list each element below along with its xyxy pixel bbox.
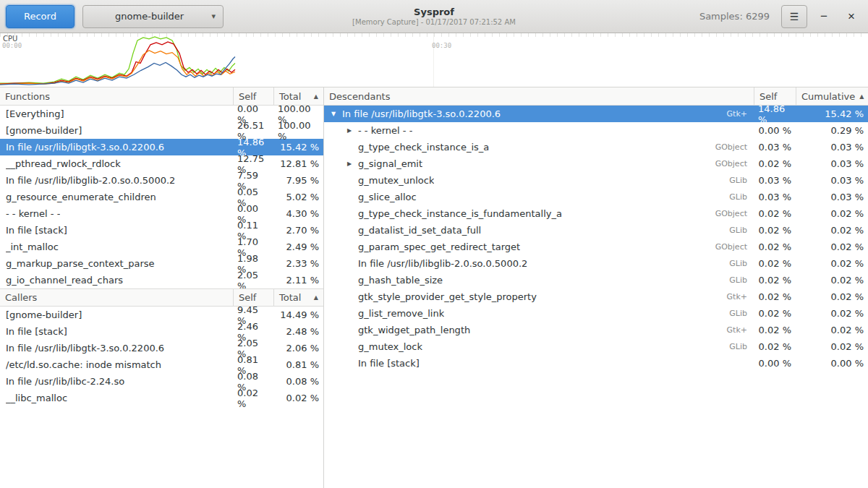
function-row[interactable]: - - kernel - -0.00 %4.30 % [0, 205, 323, 222]
row-label: In file /usr/lib/libgtk-3.so.0.2200.6 [6, 343, 164, 354]
descendant-row[interactable]: In file /usr/lib/libglib-2.0.so.0.5000.2… [324, 255, 868, 272]
self-value: 2.05 % [233, 270, 273, 291]
function-row[interactable]: [gnome-builder]26.51 %100.00 % [0, 122, 323, 139]
row-label: __libc_malloc [6, 393, 67, 403]
function-row[interactable]: In file /usr/lib/libglib-2.0.so.0.5000.2… [0, 172, 323, 189]
descendant-row[interactable]: gtk_widget_path_lengthGtk+0.02 %0.02 % [324, 322, 868, 338]
row-label: /etc/ld.so.cache: inode mismatch [6, 359, 161, 370]
menu-button[interactable]: ☰ [781, 5, 807, 28]
caller-row[interactable]: __libc_malloc0.02 %0.02 % [0, 390, 323, 406]
row-label: - - kernel - - [358, 125, 412, 136]
descendant-row[interactable]: g_hash_table_sizeGLib0.02 %0.02 % [324, 272, 868, 288]
row-label-cell: [Everything] [0, 108, 233, 119]
row-label: g_hash_table_size [358, 275, 443, 286]
total-column-header[interactable]: Total ▲ [273, 289, 323, 306]
row-label-cell: In file /usr/lib/libglib-2.0.so.0.5000.2 [0, 175, 233, 186]
row-label-cell: g_resource_enumerate_children [0, 192, 233, 202]
row-label-cell: [gnome-builder] [0, 309, 233, 320]
headerbar-right: Samples: 6299 ☰ − × [699, 5, 862, 28]
library-tag: Gtk+ [720, 292, 754, 301]
library-tag: GLib [723, 226, 754, 235]
total-value: 2.11 % [273, 275, 323, 286]
right-pane-empty-space [324, 372, 868, 488]
cumulative-value: 0.03 % [796, 192, 868, 202]
sort-ascending-icon: ▲ [310, 93, 318, 100]
descendant-row[interactable]: g_slice_allocGLib0.03 %0.03 % [324, 189, 868, 205]
process-selector-dropdown[interactable]: gnome-builder ▾ [82, 5, 224, 28]
caller-row[interactable]: [gnome-builder]9.45 %14.49 % [0, 307, 323, 323]
descendant-row[interactable]: ▶g_signal_emitGObject0.02 %0.03 % [324, 155, 868, 172]
total-value: 14.49 % [273, 309, 323, 320]
descendant-row[interactable]: g_mutex_unlockGLib0.03 %0.03 % [324, 172, 868, 189]
library-tag: GLib [723, 342, 754, 351]
function-row[interactable]: g_resource_enumerate_children0.05 %5.02 … [0, 189, 323, 205]
row-label-cell: In file [stack] [0, 225, 233, 236]
minimize-button[interactable]: − [813, 6, 835, 27]
collapsed-expander-icon[interactable]: ▶ [346, 160, 358, 167]
self-value: 0.02 % [754, 291, 796, 302]
descendant-row[interactable]: g_list_remove_linkGLib0.02 %0.02 % [324, 305, 868, 322]
cumulative-value: 0.02 % [796, 275, 868, 286]
record-button[interactable]: Record [6, 5, 75, 28]
functions-column-header[interactable]: Functions [0, 87, 233, 105]
cumulative-value: 0.02 % [796, 258, 868, 269]
self-value: 0.02 % [754, 241, 796, 252]
cumulative-value: 0.03 % [796, 158, 868, 169]
cumulative-value: 0.02 % [796, 291, 868, 302]
function-row[interactable]: g_io_channel_read_chars2.05 %2.11 % [0, 272, 323, 288]
function-row[interactable]: g_markup_parse_context_parse1.98 %2.33 % [0, 255, 323, 272]
total-column-header[interactable]: Total ▲ [273, 87, 323, 105]
library-tag: GLib [723, 176, 754, 185]
function-row[interactable]: In file [stack]0.11 %2.70 % [0, 222, 323, 239]
library-tag: GObject [709, 159, 754, 168]
descendant-row[interactable]: g_type_check_instance_is_aGObject0.03 %0… [324, 139, 868, 155]
function-row[interactable]: __pthread_rwlock_rdlock12.75 %12.81 % [0, 155, 323, 172]
descendant-row[interactable]: ▶- - kernel - -0.00 %0.29 % [324, 122, 868, 139]
descendant-row[interactable]: gtk_style_provider_get_style_propertyGtk… [324, 288, 868, 305]
sort-ascending-icon: ▲ [310, 294, 318, 301]
caller-row[interactable]: /etc/ld.so.cache: inode mismatch0.81 %0.… [0, 356, 323, 373]
total-column-label: Total [279, 91, 301, 102]
library-tag: GLib [723, 275, 754, 285]
row-label: In file /usr/lib/libglib-2.0.so.0.5000.2 [358, 258, 527, 269]
cumulative-value: 0.02 % [796, 325, 868, 335]
descendant-row[interactable]: g_param_spec_get_redirect_targetGObject0… [324, 239, 868, 255]
main-area: Functions Self Total ▲ [Everything]0.00 … [0, 87, 868, 488]
callers-table-header: Callers Self Total ▲ [0, 288, 323, 307]
row-label-cell: g_type_check_instance_is_fundamentally_a… [324, 208, 754, 219]
row-label-cell: g_hash_table_sizeGLib [324, 275, 754, 286]
row-label-cell: g_param_spec_get_redirect_targetGObject [324, 241, 754, 252]
self-value: 0.02 % [754, 275, 796, 286]
total-value: 7.95 % [273, 175, 323, 186]
cumulative-column-header[interactable]: Cumulative ▲ [796, 87, 868, 105]
caller-row[interactable]: In file /usr/lib/libc-2.24.so0.08 %0.08 … [0, 373, 323, 390]
descendant-row[interactable]: ▼In file /usr/lib/libgtk-3.so.0.2200.6Gt… [324, 106, 868, 122]
function-row[interactable]: _int_malloc1.70 %2.49 % [0, 239, 323, 255]
left-pane: Functions Self Total ▲ [Everything]0.00 … [0, 87, 324, 488]
descendant-row[interactable]: g_mutex_lockGLib0.02 %0.02 % [324, 338, 868, 355]
descendant-row[interactable]: In file [stack]0.00 %0.00 % [324, 355, 868, 372]
self-column-header[interactable]: Self [754, 87, 796, 105]
function-row[interactable]: In file /usr/lib/libgtk-3.so.0.2200.614.… [0, 139, 323, 155]
caller-row[interactable]: In file [stack]2.46 %2.48 % [0, 323, 323, 340]
callers-column-header[interactable]: Callers [0, 289, 233, 306]
collapsed-expander-icon[interactable]: ▶ [346, 127, 358, 134]
descendants-column-header[interactable]: Descendants [324, 87, 754, 105]
total-value: 0.81 % [273, 359, 323, 370]
caller-row[interactable]: In file /usr/lib/libgtk-3.so.0.2200.62.0… [0, 340, 323, 356]
close-button[interactable]: × [841, 6, 862, 27]
cpu-graph-area[interactable]: CPU 00:00 00:30 [0, 33, 868, 87]
descendant-row[interactable]: g_datalist_id_set_data_fullGLib0.02 %0.0… [324, 222, 868, 239]
row-label: In file /usr/lib/libglib-2.0.so.0.5000.2 [6, 175, 175, 186]
total-value: 2.33 % [273, 258, 323, 269]
row-label: _int_malloc [6, 241, 59, 252]
self-column-header[interactable]: Self [233, 87, 273, 105]
expanded-expander-icon[interactable]: ▼ [330, 111, 342, 117]
self-value: 0.02 % [754, 308, 796, 319]
library-tag: GLib [723, 259, 754, 268]
total-value: 15.42 % [273, 142, 323, 153]
hamburger-icon: ☰ [790, 11, 799, 22]
row-label-cell: gtk_style_provider_get_style_propertyGtk… [324, 291, 754, 302]
descendant-row[interactable]: g_type_check_instance_is_fundamentally_a… [324, 205, 868, 222]
sort-ascending-icon: ▲ [855, 93, 864, 100]
